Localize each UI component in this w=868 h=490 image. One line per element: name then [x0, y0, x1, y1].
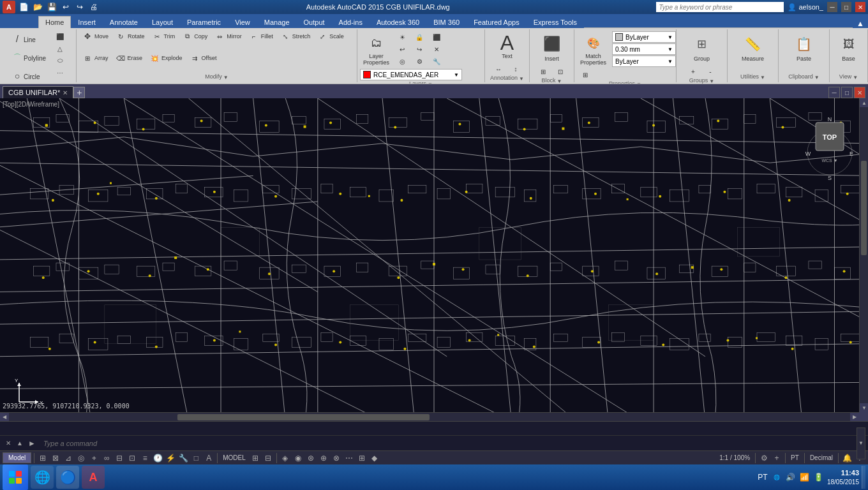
viewport-resize-handle[interactable] — [859, 412, 868, 421]
fillet-button[interactable]: ⌐Fillet — [246, 31, 276, 42]
polar-icon[interactable]: ◎ — [75, 452, 87, 464]
base-button[interactable]: 🖼 Base — [834, 31, 864, 64]
status-icon-extra-1[interactable]: ◈ — [280, 452, 291, 464]
paste-button[interactable]: 📋 Paste — [789, 31, 819, 64]
ann-icon[interactable]: A — [203, 452, 214, 464]
tab-manage[interactable]: Manage — [257, 16, 297, 28]
notify-icon[interactable]: 🔔 — [841, 452, 853, 464]
open-file-icon[interactable]: 📂 — [32, 1, 43, 13]
view-group-expand-icon[interactable]: ▼ — [853, 75, 858, 80]
viewport-restore-button[interactable]: □ — [841, 87, 853, 98]
copy-button[interactable]: ⧉Copy — [179, 31, 211, 42]
insert-button[interactable]: ⬛ Insert — [537, 31, 567, 64]
maximize-button[interactable]: □ — [841, 2, 851, 12]
horizontal-scrollbar[interactable]: ◀ ▶ — [0, 412, 859, 421]
doc-tab-close-icon[interactable]: ✕ — [63, 89, 68, 96]
layer-icon-4[interactable]: ↩ — [394, 43, 410, 55]
viewport-minimize-button[interactable]: ─ — [828, 87, 840, 98]
minimize-button[interactable]: ─ — [827, 2, 837, 12]
annotation-extra-1[interactable]: ↔ — [490, 63, 507, 75]
sel-icon[interactable]: □ — [190, 452, 202, 464]
status-icon-extra-4[interactable]: ⊕ — [318, 452, 329, 464]
settings-icon[interactable]: ⚙ — [758, 452, 770, 464]
tab-insert[interactable]: Insert — [71, 16, 103, 28]
group-button[interactable]: ⊞ Group — [687, 31, 717, 64]
command-scroll-icon[interactable]: ▼ — [857, 427, 865, 459]
tab-autodesk360[interactable]: Autodesk 360 — [370, 16, 426, 28]
layer-icon-5[interactable]: ↪ — [411, 43, 428, 55]
status-icon-extra-5[interactable]: ⊗ — [331, 452, 342, 464]
draw-extra-2[interactable]: △ — [52, 43, 68, 54]
sc-icon[interactable]: 🔧 — [177, 452, 189, 464]
hscroll-right-button[interactable]: ▶ — [850, 413, 859, 422]
move-button[interactable]: ✥Move — [79, 31, 112, 42]
taskbar-chrome-button[interactable]: 🔵 — [56, 466, 79, 489]
tray-battery-icon[interactable]: 🔋 — [813, 471, 825, 483]
ribbon-collapse-icon[interactable]: ▲ — [857, 19, 864, 28]
taskbar-ie-button[interactable]: 🌐 — [31, 466, 54, 489]
groups-group-expand-icon[interactable]: ▼ — [709, 78, 714, 84]
layer-icon-3[interactable]: ⬛ — [428, 31, 445, 43]
layer-icon-2[interactable]: 🔒 — [411, 31, 428, 43]
status-icon-extra-3[interactable]: ⊛ — [305, 452, 317, 464]
block-extra-1[interactable]: ⊞ — [535, 66, 551, 77]
color-bylayer-dropdown[interactable]: ByLayer ▼ — [612, 31, 676, 43]
dynucs-icon[interactable]: ⊟ — [114, 452, 125, 464]
layer-dropdown[interactable]: RCE_EMENDAS_AER ▼ — [360, 69, 462, 80]
explode-button[interactable]: 💥Explode — [146, 52, 186, 64]
vscroll-up-button[interactable]: ▲ — [860, 98, 868, 107]
layer-icon-1[interactable]: ☀ — [394, 31, 410, 43]
ortho-icon[interactable]: ⊿ — [63, 452, 74, 464]
taskbar-autocad-button[interactable]: A — [82, 466, 105, 489]
measure-button[interactable]: 📏 Measure — [738, 31, 768, 64]
command-expand-icon[interactable]: ▲ — [14, 438, 26, 449]
grid-icon[interactable]: ⊠ — [50, 452, 61, 464]
match-properties-button[interactable]: 🎨 MatchProperties — [577, 31, 610, 68]
mirror-button[interactable]: ⇔Mirror — [211, 31, 245, 42]
tray-volume-icon[interactable]: 🔊 — [785, 471, 797, 483]
dyn-icon[interactable]: ⊡ — [126, 452, 138, 464]
qp-icon[interactable]: ⚡ — [165, 452, 176, 464]
trim-button[interactable]: ✂Trim — [149, 31, 179, 42]
clipboard-group-expand-icon[interactable]: ▼ — [814, 75, 819, 80]
groups-extra-2[interactable]: - — [702, 66, 719, 77]
show-desktop-button[interactable] — [862, 466, 865, 489]
layer-icon-6[interactable]: ✕ — [428, 43, 445, 55]
annotation-group-expand-icon[interactable]: ▼ — [519, 76, 524, 82]
vertical-scrollbar[interactable]: ▲ ▼ — [859, 98, 868, 412]
layout-icon-2[interactable]: ⊟ — [262, 452, 274, 464]
status-icon-extra-7[interactable]: ⊞ — [356, 452, 368, 464]
doc-tab-main[interactable]: CGB UNIFILAR* ✕ — [3, 86, 73, 98]
line-button[interactable]: / Line — [8, 31, 49, 48]
tab-express[interactable]: Express Tools — [527, 16, 584, 28]
tab-layout[interactable]: Layout — [145, 16, 180, 28]
rotate-button[interactable]: ↻Rotate — [112, 31, 148, 42]
layer-icon-7[interactable]: ◎ — [394, 56, 410, 67]
tab-addins[interactable]: Add-ins — [332, 16, 370, 28]
lw-icon[interactable]: ≡ — [139, 452, 151, 464]
scale-button[interactable]: ⤢Scale — [314, 31, 347, 42]
array-button[interactable]: ⊞Array — [79, 52, 112, 64]
vscroll-down-button[interactable]: ▼ — [860, 403, 868, 412]
draw-extra-3[interactable]: ⬭ — [52, 55, 68, 66]
tab-annotate[interactable]: Annotate — [103, 16, 145, 28]
model-tab[interactable]: Model — [3, 452, 31, 463]
utilities-group-expand-icon[interactable]: ▼ — [760, 75, 765, 80]
start-button[interactable] — [3, 464, 28, 490]
prop-extra-1[interactable]: ⊞ — [577, 69, 594, 80]
osnap-icon[interactable]: ⌖ — [88, 452, 100, 464]
tp-icon[interactable]: 🕐 — [152, 452, 163, 464]
otrack-icon[interactable]: ∞ — [101, 452, 112, 464]
command-close-icon[interactable]: ✕ — [3, 438, 14, 449]
layer-icon-9[interactable]: 🔧 — [428, 56, 445, 67]
layout-icon-1[interactable]: ⊞ — [250, 452, 261, 464]
draw-extra-4[interactable]: ⋯ — [52, 67, 68, 78]
new-tab-button[interactable]: + — [73, 87, 85, 98]
save-icon[interactable]: 💾 — [46, 1, 57, 13]
tray-lang-icon[interactable]: 🌐 — [771, 471, 782, 483]
tray-network-icon[interactable]: 📶 — [799, 471, 811, 483]
block-extra-2[interactable]: ⊡ — [552, 66, 569, 77]
stretch-button[interactable]: ⤡Stretch — [277, 31, 314, 42]
navigation-cube[interactable]: TOP N E S W WCS ▼ — [804, 111, 855, 188]
snap-icon[interactable]: ⊞ — [37, 452, 49, 464]
